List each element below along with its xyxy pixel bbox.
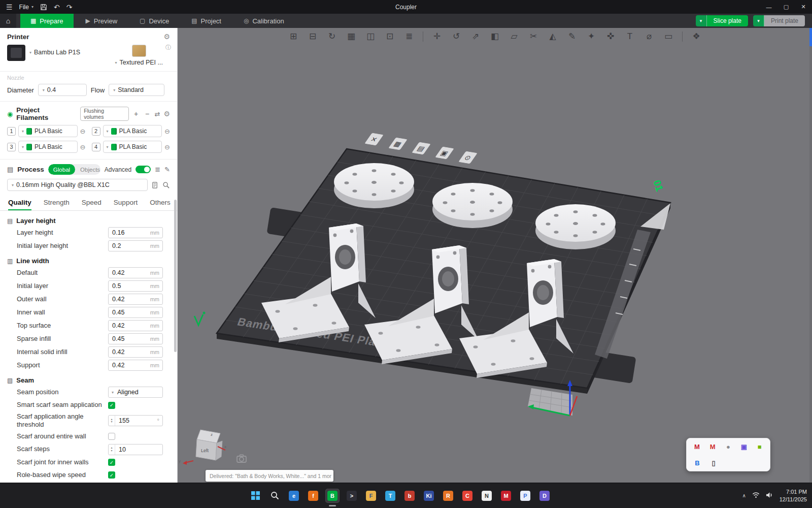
taskbar-bambu-studio[interactable]: B (325, 489, 340, 503)
scarf-around-entire-wall-checkbox[interactable] (108, 433, 115, 440)
plate-settings-icon[interactable]: ⊙ (458, 151, 478, 164)
filament-edit-icon[interactable]: ⊖ (80, 128, 86, 135)
close-button[interactable]: ✕ (795, 0, 812, 14)
taskbar-clock[interactable]: 7:01 PM 12/11/2025 (780, 488, 807, 503)
search-icon[interactable] (162, 181, 170, 189)
initial-layer-height-input[interactable]: 0.2mm (108, 240, 163, 251)
taskbar-telegram[interactable]: T (383, 489, 397, 503)
variable-layer-height-icon[interactable]: ≣ (403, 31, 415, 42)
print-dropdown-icon[interactable]: ▾ (753, 15, 764, 26)
filament-select-4[interactable]: ▾PLA Basic (103, 141, 162, 153)
taskbar-firefox[interactable]: f (306, 489, 320, 503)
process-list-icon[interactable]: ≣ (155, 166, 160, 173)
sidebar-scrollbar[interactable] (174, 200, 177, 352)
wifi-icon[interactable] (752, 491, 760, 500)
label-plate-icon[interactable]: ▤ (411, 142, 431, 155)
remove-filament-button[interactable]: − (144, 110, 151, 118)
start-button[interactable] (248, 489, 262, 503)
preset-save-icon[interactable] (151, 181, 159, 189)
notification-toast[interactable]: Delivered: "Bath & Body Works, White..."… (206, 470, 333, 482)
role-based-wipe-speed-checkbox[interactable]: ✓ (108, 471, 115, 479)
model-coupler-disc[interactable] (432, 183, 513, 228)
hamburger-menu-icon[interactable]: ☰ (6, 3, 13, 11)
taskbar-edge[interactable]: e (287, 489, 301, 503)
model-coupler-disc[interactable] (535, 204, 616, 249)
move-icon[interactable]: ✛ (431, 31, 443, 42)
taskbar-brave[interactable]: b (402, 489, 417, 503)
measure-icon[interactable]: ⌀ (644, 31, 655, 42)
tab-device[interactable]: ▢Device (129, 14, 179, 28)
scale-icon[interactable]: ⇗ (470, 31, 481, 42)
scarf-steps-spinner[interactable]: ▴▾10 (108, 444, 163, 455)
initial-layer-input[interactable]: 0.5mm (108, 280, 163, 292)
scope-objects[interactable]: Objects (75, 164, 100, 175)
shield-tray-icon[interactable]: ▣ (739, 442, 748, 451)
advanced-toggle[interactable] (136, 166, 151, 173)
viewport-3d[interactable]: ⊞⊟↻▦◫⊡≣✛↺⇗◧▱✂◭✎✦✜T⌀▭❖ (178, 28, 812, 483)
nvidia-tray-icon[interactable]: ■ (755, 442, 764, 451)
makerworld-tray-icon[interactable]: M (693, 442, 701, 451)
process-tab-others[interactable]: Others (150, 195, 171, 210)
ams-sync-icon[interactable]: ⇄ (155, 110, 160, 118)
filament-edit-icon[interactable]: ⊖ (164, 143, 170, 151)
process-tab-strength[interactable]: Strength (44, 195, 70, 210)
bluetooth-tray-icon[interactable]: B (693, 458, 702, 467)
filament-select-2[interactable]: ▾PLA Basic (103, 125, 162, 137)
filament-edit-icon[interactable]: ⊖ (80, 143, 86, 151)
taskbar-terminal[interactable]: > (345, 489, 359, 503)
split-to-parts-icon[interactable]: ⊡ (384, 31, 395, 42)
global-objects-toggle[interactable]: GlobalObjects (48, 164, 100, 175)
taskbar-rust[interactable]: R (441, 489, 455, 503)
process-tab-support[interactable]: Support (114, 195, 138, 210)
seam-paint-icon[interactable]: ✜ (605, 31, 616, 42)
lay-on-face-icon[interactable]: ▱ (509, 31, 520, 42)
process-edit-icon[interactable]: ✎ (164, 166, 170, 173)
steam-tray-icon[interactable]: ● (724, 442, 733, 451)
taskbar-discord[interactable]: D (537, 489, 552, 503)
slice-plate-button[interactable]: ▾ Slice plate (696, 15, 748, 26)
add-filament-button[interactable]: + (132, 110, 140, 118)
support-paint-icon[interactable]: ✎ (566, 31, 578, 42)
default-input[interactable]: 0.42mm (108, 267, 163, 278)
nozzle-diameter-select[interactable]: ▾ 0.4 (38, 84, 87, 96)
scarf-application-angle-threshold-spinner[interactable]: ▴▾155° (108, 415, 163, 426)
process-tab-speed[interactable]: Speed (82, 195, 101, 210)
mirror-icon[interactable]: ◧ (489, 31, 500, 42)
taskbar-file-explorer[interactable]: F (364, 489, 378, 503)
tab-calibration[interactable]: ◎Calibration (233, 14, 294, 28)
lock-plate-icon[interactable]: ▣ (434, 146, 454, 160)
arrange-icon[interactable]: ▦ (346, 31, 357, 42)
tab-prepare[interactable]: ▦Prepare (20, 14, 74, 28)
taskbar-makerworld[interactable]: M (499, 489, 513, 503)
printer-select[interactable]: ▾ Bambu Lab P1S (29, 49, 80, 56)
navigation-cube[interactable]: Left z x y (179, 430, 226, 465)
maximize-button[interactable]: ▢ (777, 0, 795, 14)
minimize-button[interactable]: — (760, 0, 777, 14)
print-plate-button[interactable]: ▾ Print plate (753, 15, 805, 26)
taskbar-search[interactable] (267, 489, 282, 503)
assembly-view-icon[interactable]: ❖ (691, 31, 702, 42)
taskbar-photos[interactable]: P (518, 489, 532, 503)
text-icon[interactable]: T (624, 31, 635, 42)
rotate-icon[interactable]: ↺ (451, 31, 462, 42)
ruler-icon[interactable]: ▭ (663, 31, 674, 42)
taskbar-kicad[interactable]: Ki (422, 489, 436, 503)
tab-preview[interactable]: ▶Preview (76, 14, 127, 28)
inner-wall-input[interactable]: 0.45mm (108, 307, 163, 318)
slice-dropdown-icon[interactable]: ▾ (696, 15, 707, 26)
process-tab-quality[interactable]: Quality (8, 195, 31, 210)
taskbar-notepad[interactable]: N (480, 489, 494, 503)
filament-select-1[interactable]: ▾PLA Basic (18, 125, 78, 137)
pen-tray-icon[interactable]: ▯ (709, 458, 718, 467)
filament-select-3[interactable]: ▾PLA Basic (18, 141, 78, 153)
smart-scarf-seam-application-checkbox[interactable]: ✓ (108, 402, 115, 409)
add-plate-icon[interactable]: ⊟ (307, 31, 318, 42)
scope-global[interactable]: Global (48, 164, 75, 175)
delete-plate-icon[interactable]: ✕ (364, 133, 384, 146)
arrange-plate-icon[interactable]: ▦ (388, 137, 408, 150)
support-input[interactable]: 0.42mm (108, 360, 163, 371)
home-button[interactable]: ⌂ (0, 14, 16, 28)
add-icon[interactable]: ⊞ (288, 31, 299, 42)
save-icon[interactable] (40, 4, 47, 11)
auto-orient-icon[interactable]: ↻ (326, 31, 337, 42)
